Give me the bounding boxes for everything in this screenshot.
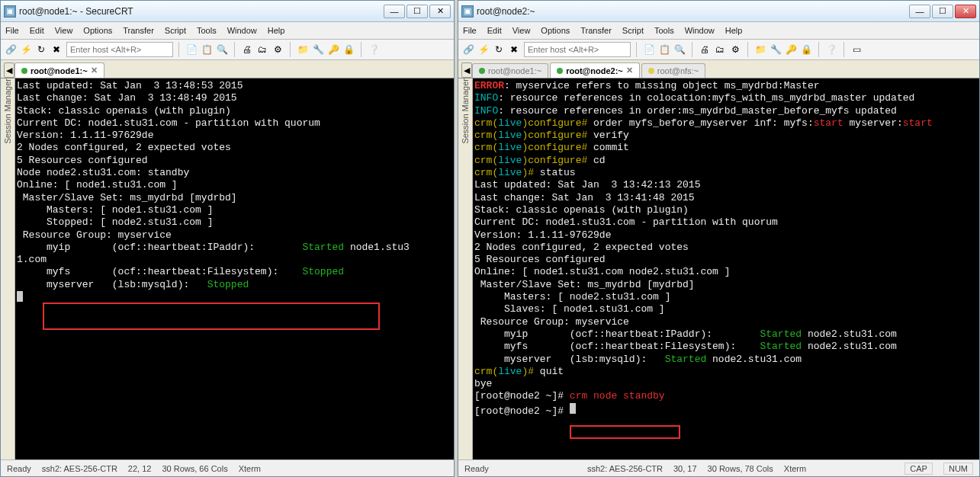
menu-tools[interactable]: Tools xyxy=(654,26,674,35)
tab-label: root@node1:~ xyxy=(31,66,88,75)
key-icon[interactable]: 🔑 xyxy=(784,43,798,56)
menu-script[interactable]: Script xyxy=(165,26,186,35)
menu-help[interactable]: Help xyxy=(268,26,285,35)
tab-scroll-left[interactable]: ◀ xyxy=(461,62,472,78)
menu-options[interactable]: Options xyxy=(83,26,112,35)
status-size: 30 Rows, 78 Cols xyxy=(708,464,773,473)
terminal-line: [root@node2 ~]# crm node standby xyxy=(474,390,978,402)
securecrt-window-left: ▣ root@node1:~ - SecureCRT — ☐ ✕ File Ed… xyxy=(0,0,455,477)
options-icon[interactable]: ⚙ xyxy=(728,43,742,56)
menubar: File Edit View Options Transfer Script T… xyxy=(1,22,454,39)
close-icon[interactable]: ✕ xyxy=(91,66,98,75)
find-icon[interactable]: 🔍 xyxy=(215,43,229,56)
menu-script[interactable]: Script xyxy=(622,26,644,35)
session-icon[interactable]: 🗂 xyxy=(255,43,269,56)
copy-icon[interactable]: 📄 xyxy=(185,43,198,56)
terminal-line: crm(live)configure# commit xyxy=(474,142,978,154)
reconnect-icon[interactable]: ↻ xyxy=(492,43,506,56)
help-icon[interactable]: ❔ xyxy=(824,43,838,56)
tab-nfs[interactable]: root@nfs:~ xyxy=(641,63,705,78)
terminal-line: 2 Nodes configured, 2 expected votes xyxy=(17,142,452,154)
xyz-icon[interactable]: 🔧 xyxy=(769,43,782,56)
host-input[interactable] xyxy=(524,42,631,57)
terminal-line: [root@node2 ~]# xyxy=(474,403,978,418)
menu-window[interactable]: Window xyxy=(227,26,257,35)
close-button[interactable]: ✕ xyxy=(955,5,976,18)
options-icon[interactable]: ⚙ xyxy=(271,43,284,56)
xyz-icon[interactable]: 🔧 xyxy=(311,43,325,56)
terminal-line: myfs (ocf::heartbeat:Filesystem): Stoppe… xyxy=(17,266,452,278)
session-manager-label: Session Manager xyxy=(461,78,470,149)
quick-connect-icon[interactable]: ⚡ xyxy=(19,43,33,56)
status-ready: Ready xyxy=(464,464,489,473)
terminal[interactable]: Last updated: Sat Jan 3 13:48:53 2015Las… xyxy=(15,78,454,459)
terminal-line: crm(live)configure# cd xyxy=(474,155,978,167)
terminal-line: Stopped: [ node2.stu31.com ] xyxy=(17,216,452,229)
reconnect-icon[interactable]: ↻ xyxy=(34,43,48,56)
tab-node1[interactable]: root@node1:~ ✕ xyxy=(14,62,104,78)
menu-view[interactable]: View xyxy=(512,26,531,35)
menu-tools[interactable]: Tools xyxy=(197,26,217,35)
copy-icon[interactable]: 📄 xyxy=(642,43,656,56)
terminal-line xyxy=(17,291,452,306)
find-icon[interactable]: 🔍 xyxy=(673,43,686,56)
titlebar[interactable]: ▣ root@node1:~ - SecureCRT — ☐ ✕ xyxy=(1,1,454,22)
close-icon[interactable]: ✕ xyxy=(626,66,633,75)
disconnect-icon[interactable]: ✖ xyxy=(507,43,521,56)
session-manager-sidebar[interactable]: Session Manager xyxy=(1,78,15,459)
terminal-line: myip (ocf::heartbeat:IPaddr): Started no… xyxy=(474,328,978,341)
maximize-button[interactable]: ☐ xyxy=(932,5,953,18)
connect-icon[interactable]: 🔗 xyxy=(4,43,18,56)
cursor xyxy=(570,403,576,414)
terminal-line: Master/Slave Set: ms_mydrbd [mydrbd] xyxy=(474,279,978,291)
status-size: 30 Rows, 66 Cols xyxy=(162,464,227,473)
session-icon[interactable]: 🗂 xyxy=(713,43,727,56)
menu-options[interactable]: Options xyxy=(541,26,570,35)
menu-file[interactable]: File xyxy=(5,26,19,35)
status-dot-icon xyxy=(479,68,485,74)
minimize-button[interactable]: — xyxy=(384,5,405,18)
menu-file[interactable]: File xyxy=(463,26,477,35)
menu-transfer[interactable]: Transfer xyxy=(123,26,154,35)
tab-node2[interactable]: root@node2:~ ✕ xyxy=(550,62,640,78)
paste-icon[interactable]: 📋 xyxy=(657,43,671,56)
print-icon[interactable]: 🖨 xyxy=(698,43,712,56)
key-icon[interactable]: 🔑 xyxy=(326,43,340,56)
terminal[interactable]: ERROR: myservice refers to missing objec… xyxy=(473,78,979,459)
menu-view[interactable]: View xyxy=(55,26,73,35)
disconnect-icon[interactable]: ✖ xyxy=(50,43,63,56)
sftp-icon[interactable]: 📁 xyxy=(753,43,767,56)
terminal-line: Version: 1.1.11-97629de xyxy=(17,130,452,142)
status-ready: Ready xyxy=(7,464,31,473)
status-emul: Xterm xyxy=(239,464,261,473)
help-icon[interactable]: ❔ xyxy=(367,43,381,56)
terminal-line: myserver (lsb:mysqld): Stopped xyxy=(17,279,452,291)
lock-icon[interactable]: 🔒 xyxy=(342,43,355,56)
tab-node1[interactable]: root@node1:~ xyxy=(472,63,548,78)
terminal-line: crm(live)configure# verify xyxy=(474,130,978,142)
connect-icon[interactable]: 🔗 xyxy=(461,43,475,56)
titlebar[interactable]: ▣ root@node2:~ — ☐ ✕ xyxy=(458,1,979,22)
menu-transfer[interactable]: Transfer xyxy=(580,26,612,35)
host-input[interactable] xyxy=(66,42,173,57)
lock-icon[interactable]: 🔒 xyxy=(799,43,813,56)
terminal-line: Last change: Sat Jan 3 13:48:49 2015 xyxy=(17,92,452,104)
maximize-button[interactable]: ☐ xyxy=(406,5,428,18)
terminal-line: Current DC: node1.stu31.com - partition … xyxy=(474,216,978,229)
terminal-line: Stack: classic openais (with plugin) xyxy=(17,105,452,117)
menu-window[interactable]: Window xyxy=(685,26,715,35)
print-icon[interactable]: 🖨 xyxy=(240,43,254,56)
tab-scroll-left[interactable]: ◀ xyxy=(4,62,14,78)
quick-connect-icon[interactable]: ⚡ xyxy=(477,43,490,56)
menu-edit[interactable]: Edit xyxy=(487,26,502,35)
paste-icon[interactable]: 📋 xyxy=(200,43,214,56)
minimize-button[interactable]: — xyxy=(909,5,930,18)
menu-help[interactable]: Help xyxy=(725,26,743,35)
highlight-box xyxy=(43,303,380,330)
close-button[interactable]: ✕ xyxy=(429,5,451,18)
extra-icon[interactable]: ▭ xyxy=(850,43,863,56)
terminal-line: Stack: classic openais (with plugin) xyxy=(474,204,978,216)
sftp-icon[interactable]: 📁 xyxy=(296,43,310,56)
menu-edit[interactable]: Edit xyxy=(30,26,44,35)
session-manager-sidebar[interactable]: Session Manager xyxy=(458,78,473,459)
